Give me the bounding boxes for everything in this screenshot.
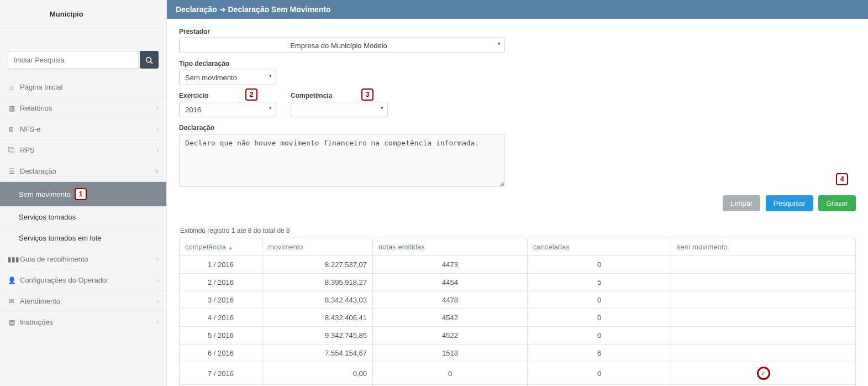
cell-sem-movimento [671, 345, 856, 362]
pesquisar-button[interactable]: Pesquisar [766, 195, 813, 211]
cell-movimento: 0,00 [262, 362, 373, 385]
bars-icon: ▥ [8, 105, 15, 112]
sidebar-item-label: Sem movimento [19, 190, 71, 199]
sidebar-subitem-sem-movimento[interactable]: Sem movimento 1 [0, 181, 166, 206]
sidebar-item-label: Guia de recolhimento [20, 255, 157, 263]
svg-point-0 [146, 57, 151, 62]
col-movimento[interactable]: movimento [262, 238, 373, 256]
sidebar-item-relatorios[interactable]: ▥Relatórios‹ [0, 98, 166, 118]
sidebar-item-atendimento[interactable]: ✉Atendimento‹ [0, 291, 166, 311]
limpar-button[interactable]: Limpar [723, 195, 760, 211]
page-header: Declaração ➜ Declaração Sem Movimento [167, 0, 868, 19]
table-row: 1 / 20168.227.537,0744730 [180, 256, 856, 274]
sidebar: Município ⌂Página Inicial ▥Relatórios‹ 🗎… [0, 0, 167, 386]
breadcrumb: Declaração [176, 5, 217, 14]
sidebar-item-nfse[interactable]: 🗎NFS-e‹ [0, 119, 166, 139]
col-competencia[interactable]: competência▲ [180, 238, 262, 256]
cell-canceladas: 0 [528, 309, 671, 327]
cell-competencia: 5 / 2016 [180, 327, 262, 345]
cell-canceladas: 5 [528, 274, 671, 291]
breadcrumb-current: Declaração Sem Movimento [228, 5, 331, 14]
cell-canceladas: 0 [528, 327, 671, 345]
check-circle-icon: ✓ [757, 367, 770, 380]
tipo-declaracao-select[interactable]: Sem movimento [179, 70, 276, 85]
file-icon: 🗎 [8, 126, 15, 133]
chevron-left-icon: ‹ [157, 319, 159, 325]
sidebar-item-label: Serviços tomados [19, 213, 76, 221]
cell-notas: 4478 [373, 291, 528, 309]
search-icon [145, 56, 153, 64]
exercicio-select[interactable]: 2016 [179, 102, 276, 117]
exercicio-label: Exercício [179, 92, 276, 100]
table-row: 6 / 20167.554.154,6715186 [180, 345, 856, 362]
col-canceladas[interactable]: canceladas [528, 238, 671, 256]
cell-sem-movimento: ✓ [671, 362, 856, 385]
cell-sem-movimento [671, 327, 856, 345]
sidebar-item-label: Atendimento [20, 297, 157, 305]
competencia-select[interactable] [291, 102, 388, 117]
sidebar-item-label: RPS [20, 146, 157, 154]
cell-notas: 4454 [373, 274, 528, 291]
prestador-select[interactable]: Empresa do Município Modelo [179, 38, 505, 53]
chevron-left-icon: ‹ [157, 126, 159, 132]
chevron-down-icon: ∨ [155, 168, 159, 174]
cell-canceladas: 6 [528, 345, 671, 362]
chevron-left-icon: ‹ [157, 105, 159, 111]
button-row: 4 Limpar Pesquisar Gravar [179, 195, 856, 211]
sidebar-item-config-operador[interactable]: 👤Configurações do Operador‹ [0, 270, 166, 290]
sidebar-item-rps[interactable]: ⿻RPS‹ [0, 140, 166, 160]
col-notas-emitidas[interactable]: notas emitidas [373, 238, 528, 256]
sidebar-subitem-servicos-tomados-lote[interactable]: Serviços tomados em lote [0, 227, 166, 248]
sidebar-item-label: Configurações do Operador [20, 276, 157, 284]
callout-marker-2: 2 [245, 88, 257, 101]
sidebar-item-home[interactable]: ⌂Página Inicial [0, 77, 166, 97]
results-info: Exibindo registro 1 até 8 do total de 8 [180, 227, 856, 234]
tipo-declaracao-label: Tipo declaração [179, 60, 505, 67]
sidebar-item-guia[interactable]: ▮▮▮Guia de recolhimento‹ [0, 249, 166, 269]
cell-competencia: 2 / 2016 [180, 274, 262, 291]
sidebar-title: Município [0, 0, 166, 29]
cell-notas: 0 [373, 362, 528, 385]
sidebar-subitem-servicos-tomados[interactable]: Serviços tomados [0, 206, 166, 227]
sidebar-item-label: Serviços tomados em lote [19, 234, 102, 242]
chevron-left-icon: ‹ [157, 256, 159, 262]
cell-canceladas: 0 [528, 256, 671, 274]
callout-marker-3: 3 [361, 88, 373, 101]
cell-sem-movimento [671, 256, 856, 274]
cell-movimento: 7.554.154,67 [262, 345, 373, 362]
cell-movimento: 8.395.918,27 [262, 274, 373, 291]
cell-canceladas: 0 [528, 362, 671, 385]
cell-movimento: 8.342.443,03 [262, 291, 373, 309]
cell-notas: 4542 [373, 309, 528, 327]
cell-canceladas: 0 [528, 291, 671, 309]
cell-sem-movimento [671, 274, 856, 291]
sidebar-item-label: NFS-e [20, 125, 157, 133]
table-row: 5 / 20169.342.745,8545220 [180, 327, 856, 345]
main-content: Declaração ➜ Declaração Sem Movimento Pr… [167, 0, 868, 386]
search-input[interactable] [8, 51, 139, 69]
search-box [0, 43, 166, 77]
results-table: competência▲ movimento notas emitidas ca… [179, 238, 856, 386]
declaracao-label: Declaração [179, 124, 505, 132]
gravar-button[interactable]: Gravar [818, 195, 856, 211]
arrow-right-icon: ➜ [219, 5, 228, 14]
chevron-left-icon: ‹ [157, 277, 159, 283]
cell-movimento: 9.342.745,85 [262, 327, 373, 345]
cell-competencia: 4 / 2016 [180, 309, 262, 327]
col-sem-movimento[interactable]: sem movimento [671, 238, 856, 256]
search-button[interactable] [140, 51, 159, 69]
sidebar-item-declaracao[interactable]: ☰Declaração∨ [0, 161, 166, 181]
prestador-label: Prestador [179, 28, 505, 35]
table-row: 3 / 20168.342.443,0344780 [180, 291, 856, 309]
declaracao-textarea[interactable] [179, 134, 505, 187]
cell-competencia: 1 / 2016 [180, 256, 262, 274]
sidebar-nav: ⌂Página Inicial ▥Relatórios‹ 🗎NFS-e‹ ⿻RP… [0, 77, 166, 333]
sidebar-item-instrucoes[interactable]: ▤Instruções‹ [0, 312, 166, 332]
sidebar-item-label: Instruções [20, 318, 157, 326]
cell-competencia: 7 / 2016 [180, 362, 262, 385]
sidebar-item-label: Declaração [20, 167, 155, 175]
cell-notas: 1518 [373, 345, 528, 362]
sort-asc-icon: ▲ [228, 245, 233, 251]
table-row: 7 / 20160,0000✓ [180, 362, 856, 385]
book-icon: ▤ [8, 319, 15, 326]
